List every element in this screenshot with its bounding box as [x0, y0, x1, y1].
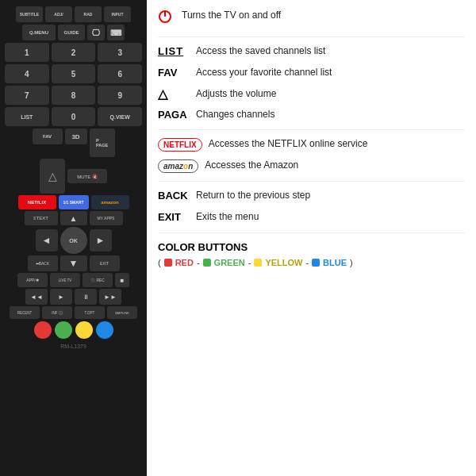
power-desc-text: Turns the TV on and off	[182, 10, 281, 22]
3d-button[interactable]: 3D	[65, 129, 87, 144]
num-4-button[interactable]: 4	[5, 64, 49, 83]
up-button[interactable]: ▲	[60, 211, 87, 225]
back-description: BACK Return to the previous step	[158, 190, 465, 203]
divider-4	[158, 232, 465, 233]
fav-button[interactable]: FAV	[33, 129, 63, 144]
fastforward-button[interactable]: ►►	[99, 289, 121, 305]
green-dot	[203, 259, 211, 267]
fav-desc-text: Access your favorite channel list	[196, 67, 332, 79]
exit-button[interactable]: EXIT	[90, 255, 120, 271]
netflix-description: NETFLIX Accesses the NETFLIX online serv…	[158, 138, 465, 152]
power-icon	[158, 10, 175, 29]
color-buttons-section: COLOR BUTTONS ( RED - GREEN - YELLOW - B…	[158, 241, 465, 267]
down-button[interactable]: ▼	[60, 255, 87, 271]
nav-row: ⬅BACK ▼ EXIT	[5, 255, 142, 271]
number-pad: 1 2 3 4 5 6 7 8 9 LIST 0 Q.VIEW	[5, 43, 142, 126]
divider-3	[158, 181, 465, 182]
rad-button[interactable]: RAD	[75, 6, 102, 22]
num-0-button[interactable]: 0	[52, 107, 96, 126]
num-6-button[interactable]: 6	[98, 64, 142, 83]
livetv-button[interactable]: LIVE TV	[50, 273, 80, 287]
input-button[interactable]: INPUT	[104, 6, 131, 22]
topt-button[interactable]: T.OPT	[75, 306, 105, 319]
tv-icon-button[interactable]: 🖵	[87, 25, 105, 40]
paren-close: )	[350, 258, 353, 267]
color-section-title: COLOR BUTTONS	[158, 241, 465, 253]
simplink-button[interactable]: ⊟MPLINK	[107, 306, 137, 319]
num-3-button[interactable]: 3	[98, 43, 142, 62]
play-button[interactable]: ►	[50, 289, 72, 305]
green-label: GREEN	[214, 258, 245, 267]
recent-button[interactable]: RECENT	[10, 306, 40, 319]
blue-dot	[312, 259, 320, 267]
green-button[interactable]	[55, 321, 72, 339]
num-8-button[interactable]: 8	[52, 86, 96, 105]
adj-button[interactable]: ADJ/	[45, 6, 72, 22]
fav-row: FAV 3D PPAGE	[5, 129, 142, 157]
amazon-badge: amazon	[158, 159, 198, 173]
red-button[interactable]	[34, 321, 52, 339]
list-description: LIST Access the saved channels list	[158, 45, 465, 59]
pause-button[interactable]: ⏸	[75, 289, 97, 305]
rewind-button[interactable]: ◄◄	[25, 289, 48, 305]
input2-button[interactable]: ⌨	[107, 25, 125, 40]
myapps-button[interactable]: MY APPS	[90, 211, 123, 225]
vol-description: △ Adjusts the volume	[158, 88, 465, 101]
back-button[interactable]: ⬅BACK	[28, 255, 58, 271]
dash-1: -	[197, 258, 200, 267]
netflix-button[interactable]: NETfLIX	[18, 195, 56, 209]
amazon-button[interactable]: amazon	[91, 195, 129, 209]
qview-button[interactable]: Q.VIEW	[98, 107, 142, 126]
media-row: ◄◄ ► ⏸ ►►	[5, 289, 142, 305]
volume-section: △ MUTE 🔇	[5, 159, 142, 194]
divider-2	[158, 129, 465, 130]
num-2-button[interactable]: 2	[52, 43, 96, 62]
num-5-button[interactable]: 5	[52, 64, 96, 83]
back-desc-text: Return to the previous step	[196, 190, 310, 202]
netflix-badge: NETFLIX	[158, 138, 202, 152]
blue-button[interactable]	[96, 321, 113, 339]
text-row: ≡TEXT ▲ MY APPS	[5, 211, 142, 225]
exit-desc-text: Exits the menu	[196, 211, 259, 224]
app-button[interactable]: APP/✱	[17, 273, 48, 287]
ok-button[interactable]: OK	[60, 227, 87, 254]
mute-button[interactable]: MUTE 🔇	[67, 169, 107, 183]
smart-button[interactable]: 1/1 SMART	[59, 195, 89, 209]
red-label: RED	[175, 258, 194, 267]
color-dots-row: ( RED - GREEN - YELLOW - BLUE )	[158, 258, 465, 267]
remote-control: SUBTITLE ADJ/ RAD INPUT Q.MENU GUIDE 🖵 ⌨…	[0, 0, 147, 476]
info-row: RECENT INF ⓘ T.OPT ⊟MPLINK	[5, 306, 142, 319]
stop-button[interactable]: ■	[115, 273, 129, 287]
streaming-row: NETfLIX 1/1 SMART amazon	[5, 195, 142, 209]
amazon-description: amazon Accesses the Amazon	[158, 159, 465, 173]
subtitle-button[interactable]: SUBTITLE	[16, 6, 43, 22]
amazon-desc-text: Accesses the Amazon	[205, 159, 298, 172]
divider-1	[158, 36, 465, 37]
app-row: APP/✱ LIVE TV ⚫ REC ■	[5, 273, 142, 287]
info-button[interactable]: INF ⓘ	[42, 306, 72, 319]
yellow-button[interactable]	[75, 321, 93, 339]
text-button[interactable]: ≡TEXT	[25, 211, 58, 225]
left-button[interactable]: ◄	[36, 229, 58, 251]
back-label: BACK	[158, 190, 190, 203]
mute-3d-group: MUTE 🔇	[67, 169, 107, 183]
volume-button[interactable]: △	[40, 159, 65, 194]
paren-open: (	[158, 258, 161, 267]
power-description: Turns the TV on and off	[158, 10, 465, 29]
yellow-label: YELLOW	[265, 258, 302, 267]
list-button[interactable]: LIST	[5, 107, 49, 126]
right-button[interactable]: ►	[90, 229, 112, 251]
num-1-button[interactable]: 1	[5, 43, 49, 62]
guide-button[interactable]: GUIDE	[58, 25, 85, 40]
qmenu-button[interactable]: Q.MENU	[22, 25, 56, 40]
rec-button[interactable]: ⚫ REC	[83, 273, 113, 287]
blue-label: BLUE	[323, 258, 347, 267]
top-icon-row: SUBTITLE ADJ/ RAD INPUT	[16, 6, 131, 22]
num-7-button[interactable]: 7	[5, 86, 49, 105]
dash-3: -	[305, 258, 309, 267]
dash-2: -	[248, 258, 251, 267]
qmenu-row: Q.MENU GUIDE 🖵 ⌨	[22, 25, 125, 40]
ppage-button[interactable]: PPAGE	[90, 129, 115, 157]
num-9-button[interactable]: 9	[98, 86, 142, 105]
dpad-section: ◄ OK ►	[5, 227, 142, 254]
